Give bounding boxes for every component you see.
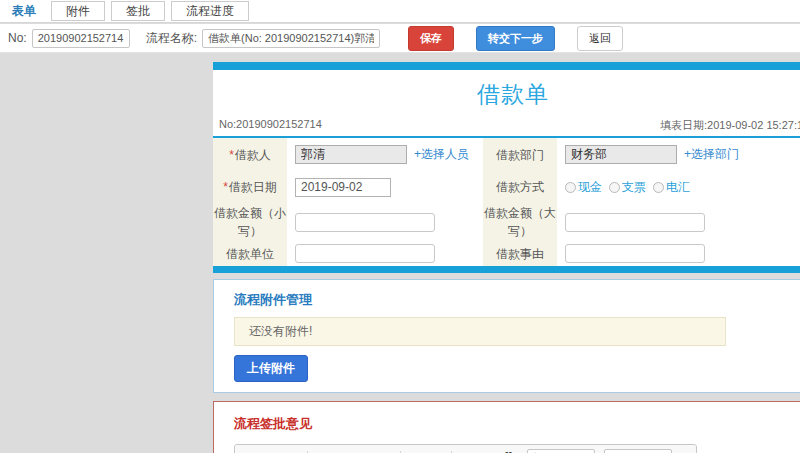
loan-method-label: 借款方式 [483, 171, 557, 203]
blockquote-icon[interactable]: ” [499, 449, 518, 453]
amount-lowercase-label: 借款金额（小写） [213, 203, 287, 241]
department-label: 借款部门 [483, 138, 557, 171]
form-left-column: *借款人 +选择人员 *借款日期 借款金额（小写） [213, 138, 483, 266]
loan-form-panel: 借款单 No:20190902152714 填表日期:2019-09-02 15… [213, 62, 800, 273]
radio-icon[interactable] [653, 182, 664, 193]
form-title: 借款单 [213, 70, 800, 115]
form-fields-table: *借款人 +选择人员 *借款日期 借款金额（小写） [213, 138, 800, 266]
strikethrough-icon[interactable]: abc [283, 449, 302, 453]
department-input[interactable] [565, 145, 677, 164]
loan-method-radio-group: 现金 支票 电汇 [565, 179, 690, 196]
no-label: No: [8, 31, 27, 45]
approval-opinion-panel: 流程签批意见 B I abc [213, 401, 800, 453]
form-meta-row: No:20190902152714 填表日期:2019-09-02 15:27:… [213, 115, 800, 136]
format-select[interactable]: 格式 ▾ [604, 449, 672, 453]
forward-next-step-button[interactable]: 转交下一步 [476, 26, 555, 51]
tab-attachments[interactable]: 附件 [51, 1, 105, 21]
loan-reason-label: 借款事由 [483, 241, 557, 266]
process-name-input[interactable] [202, 29, 380, 48]
borrower-label: *借款人 [213, 138, 287, 171]
select-person-link[interactable]: +选择人员 [414, 146, 469, 163]
panel-top-accent-bar [213, 62, 800, 70]
style-select[interactable]: 样式 ▾ [527, 449, 595, 453]
no-attachments-notice: 还没有附件! [234, 317, 726, 346]
italic-icon[interactable]: I [262, 449, 281, 453]
borrower-input[interactable] [295, 145, 407, 164]
form-fill-date-text: 填表日期:2019-09-02 15:27:1 [660, 118, 800, 133]
tab-form[interactable]: 表单 [0, 0, 48, 22]
editor-toolbar: B I abc [235, 445, 696, 453]
rich-text-editor: B I abc [234, 444, 697, 453]
anchor-flag-icon[interactable] [376, 449, 395, 453]
process-name-label: 流程名称: [146, 30, 197, 47]
main-content: 借款单 No:20190902152714 填表日期:2019-09-02 15… [213, 62, 800, 453]
tab-process-progress[interactable]: 流程进度 [171, 1, 249, 21]
save-button[interactable]: 保存 [408, 26, 454, 51]
outdent-icon[interactable] [457, 449, 476, 453]
back-button[interactable]: 返回 [577, 26, 623, 51]
loan-unit-input[interactable] [295, 244, 435, 263]
indent-icon[interactable] [478, 449, 497, 453]
action-toolbar: No: 流程名称: 保存 转交下一步 返回 [0, 24, 800, 53]
radio-icon[interactable] [565, 182, 576, 193]
numbered-list-icon[interactable] [406, 449, 425, 453]
link-icon[interactable] [334, 449, 353, 453]
required-asterisk: * [229, 146, 234, 164]
attachments-title: 流程附件管理 [214, 289, 800, 317]
remove-format-icon[interactable] [313, 449, 332, 453]
select-department-link[interactable]: +选择部门 [684, 146, 739, 163]
amount-uppercase-label: 借款金额（大写） [483, 203, 557, 241]
loan-date-input[interactable] [295, 178, 391, 197]
form-number-text: No:20190902152714 [219, 118, 322, 130]
loan-date-label: *借款日期 [213, 171, 287, 203]
radio-icon[interactable] [609, 182, 620, 193]
tab-approval[interactable]: 签批 [111, 1, 165, 21]
bulleted-list-icon[interactable] [427, 449, 446, 453]
approval-opinion-title: 流程签批意见 [214, 413, 800, 444]
unlink-icon[interactable] [355, 449, 374, 453]
required-asterisk: * [223, 178, 228, 196]
bold-icon[interactable]: B [241, 449, 260, 453]
amount-lowercase-input[interactable] [295, 213, 435, 232]
radio-cheque[interactable]: 支票 [609, 179, 646, 196]
form-right-column: 借款部门 +选择部门 借款方式 现金 支票 电汇 [483, 138, 800, 266]
radio-wire-transfer[interactable]: 电汇 [653, 179, 690, 196]
panel-bottom-accent-bar [213, 266, 800, 273]
attachments-panel: 流程附件管理 还没有附件! 上传附件 [213, 279, 800, 393]
radio-cash[interactable]: 现金 [565, 179, 602, 196]
loan-unit-label: 借款单位 [213, 241, 287, 266]
amount-uppercase-input[interactable] [565, 213, 705, 232]
upload-attachment-button[interactable]: 上传附件 [234, 355, 308, 382]
loan-reason-input[interactable] [565, 244, 705, 263]
tab-bar: 表单 附件 签批 流程进度 [0, 0, 800, 23]
no-input[interactable] [32, 29, 130, 48]
